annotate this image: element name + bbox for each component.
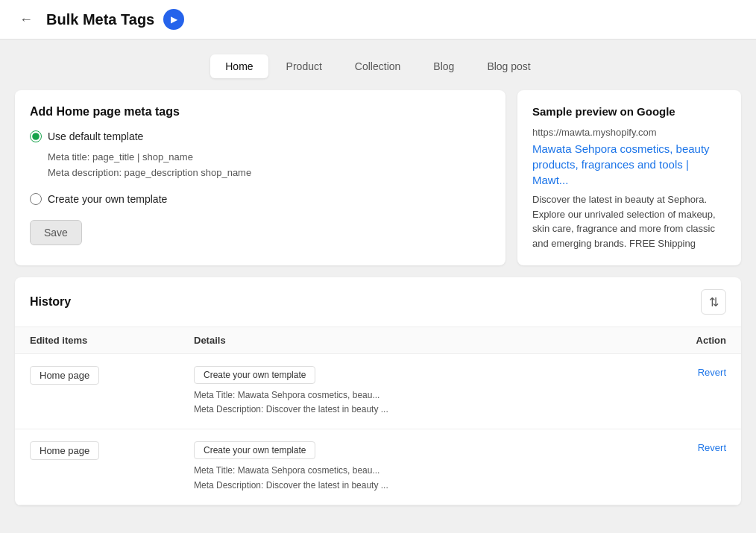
history-section: History ⇅ Edited items Details Action Ho… <box>15 277 741 505</box>
edited-tag-0: Home page <box>30 366 99 385</box>
cell-details-1: Create your own template Meta Title: Maw… <box>194 441 667 492</box>
meta-description-0: Meta Description: Discover the latest in… <box>194 403 667 417</box>
cell-details-0: Create your own template Meta Title: Maw… <box>194 366 667 417</box>
revert-button-1[interactable]: Revert <box>698 442 726 453</box>
back-button[interactable]: ← <box>15 10 37 29</box>
detail-tag-0: Create your own template <box>194 366 315 384</box>
tab-blog[interactable]: Blog <box>418 54 469 78</box>
meta-title-0: Meta Title: Mawata Sehpora cosmetics, be… <box>194 388 667 403</box>
tab-home[interactable]: Home <box>210 54 268 78</box>
right-panel: Sample preview on Google https://mawta.m… <box>517 90 741 265</box>
radio-default-label[interactable]: Use default template <box>48 130 143 142</box>
col-header-action: Action <box>667 335 726 346</box>
cell-action-1: Revert <box>667 441 726 453</box>
radio-custom-label[interactable]: Create your own template <box>48 193 167 205</box>
save-button[interactable]: Save <box>30 220 82 245</box>
meta-description-line: Meta description: page_description shop_… <box>48 165 491 181</box>
revert-button-0[interactable]: Revert <box>698 367 726 378</box>
sort-button[interactable]: ⇅ <box>701 289 726 315</box>
meta-title-1: Meta Title: Mawata Sehpora cosmetics, be… <box>194 464 667 478</box>
radio-custom[interactable] <box>30 193 42 205</box>
cell-action-0: Revert <box>667 366 726 378</box>
history-table: Edited items Details Action Home page Cr… <box>15 327 741 505</box>
table-row: Home page Create your own template Meta … <box>15 429 741 505</box>
col-header-details: Details <box>194 335 667 346</box>
radio-default-item: Use default template <box>30 130 491 142</box>
table-header-row: Edited items Details Action <box>15 327 741 354</box>
radio-group: Use default template Meta title: page_ti… <box>30 130 491 205</box>
tab-product[interactable]: Product <box>271 54 337 78</box>
nav-tabs: Home Product Collection Blog Blog post <box>0 40 756 90</box>
detail-tag-1: Create your own template <box>194 441 315 459</box>
radio-default[interactable] <box>30 130 42 142</box>
preview-description: Discover the latest in beauty at Sephora… <box>532 192 726 250</box>
history-title: History <box>30 295 71 309</box>
preview-link[interactable]: Mawata Sehpora cosmetics, beauty product… <box>532 141 726 188</box>
cell-edited-0: Home page <box>30 366 194 385</box>
radio-custom-item: Create your own template <box>30 193 491 205</box>
cell-edited-1: Home page <box>30 441 194 460</box>
meta-info: Meta title: page_title | shop_name Meta … <box>48 150 491 181</box>
page-title: Bulk Meta Tags <box>46 11 154 28</box>
header: ← Bulk Meta Tags ▶ <box>0 0 756 40</box>
play-button[interactable]: ▶ <box>163 9 184 30</box>
left-panel-title: Add Home page meta tags <box>30 105 491 119</box>
meta-description-1: Meta Description: Discover the latest in… <box>194 479 667 493</box>
preview-url: https://mawta.myshopify.com <box>532 127 726 138</box>
main-content: Add Home page meta tags Use default temp… <box>0 90 756 520</box>
table-row: Home page Create your own template Meta … <box>15 354 741 429</box>
col-header-edited: Edited items <box>30 335 194 346</box>
sort-icon: ⇅ <box>709 295 719 309</box>
meta-title-line: Meta title: page_title | shop_name <box>48 150 491 165</box>
history-header: History ⇅ <box>15 277 741 327</box>
top-section: Add Home page meta tags Use default temp… <box>15 90 741 265</box>
preview-title: Sample preview on Google <box>532 105 726 118</box>
play-icon: ▶ <box>171 14 177 25</box>
left-panel: Add Home page meta tags Use default temp… <box>15 90 505 265</box>
tab-collection[interactable]: Collection <box>340 54 415 78</box>
edited-tag-1: Home page <box>30 441 99 460</box>
tab-blog-post[interactable]: Blog post <box>472 54 545 78</box>
